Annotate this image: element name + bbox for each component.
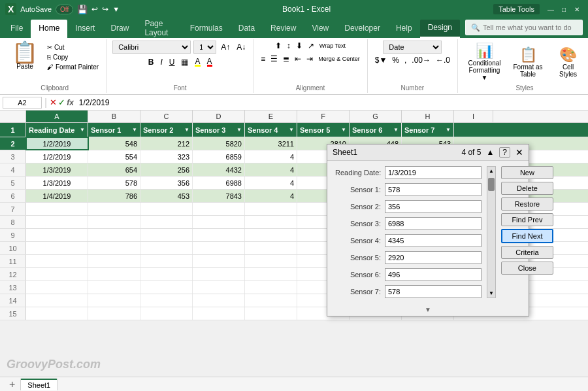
border-button[interactable]: ▦ (179, 57, 190, 67)
maximize-button[interactable]: □ (558, 3, 570, 15)
cell-data[interactable]: 1/4/2019 (26, 190, 88, 202)
cell-data[interactable]: 4 (245, 190, 297, 202)
increase-decimal-button[interactable]: .00→ (410, 55, 433, 65)
autosave-toggle[interactable]: Off (56, 5, 73, 14)
cell-data[interactable] (245, 307, 297, 320)
sensor3-input[interactable] (385, 217, 482, 230)
cell-data[interactable]: 256 (140, 163, 193, 176)
dialog-close-button[interactable]: ✕ (515, 147, 523, 158)
cell-data[interactable]: 7843 (193, 190, 245, 202)
cell-data[interactable] (193, 229, 245, 241)
cell-data[interactable]: 554 (88, 150, 140, 163)
cell-data[interactable] (26, 229, 88, 241)
cell-data[interactable]: 786 (88, 190, 140, 202)
cell-data[interactable] (193, 281, 245, 294)
cell-data[interactable]: 3211 (245, 137, 297, 150)
filter-arrow-f1[interactable]: ▼ (341, 127, 346, 133)
align-middle-button[interactable]: ↕ (285, 41, 293, 51)
cell-data[interactable] (140, 268, 193, 280)
col-header-e[interactable]: E (245, 110, 297, 122)
cell-h1[interactable]: Sensor 7 ▼ (402, 123, 454, 137)
cell-data[interactable] (193, 255, 245, 267)
decrease-font-button[interactable]: A↓ (235, 42, 248, 52)
cell-data[interactable]: 578 (88, 177, 140, 189)
insert-function-icon[interactable]: fx (67, 98, 74, 107)
filter-arrow-g1[interactable]: ▼ (393, 127, 399, 133)
sheet-tab-sheet1[interactable]: Sheet1 (20, 379, 57, 390)
cell-data[interactable] (140, 216, 193, 228)
cell-data[interactable]: 4 (245, 150, 297, 163)
cell-data[interactable] (193, 203, 245, 215)
tab-insert[interactable]: Insert (67, 20, 103, 38)
cell-data[interactable] (140, 203, 193, 215)
tab-developer[interactable]: Developer (336, 20, 388, 38)
cell-data[interactable] (26, 268, 88, 280)
search-box[interactable]: 🔍 (465, 20, 583, 35)
col-header-d[interactable]: D (193, 110, 245, 122)
cell-data[interactable]: 1/2/2019 (26, 150, 88, 163)
cell-data[interactable]: 4 (245, 163, 297, 176)
cell-data[interactable]: 1/3/2019 (26, 177, 88, 189)
col-header-c[interactable]: C (140, 110, 193, 122)
sensor6-input[interactable] (385, 268, 482, 281)
align-center-button[interactable]: ☰ (269, 54, 280, 64)
copy-button[interactable]: ⎘ Copy (44, 53, 101, 61)
font-size-select[interactable]: 11 (193, 41, 216, 54)
cell-data[interactable] (140, 281, 193, 294)
scroll-up-icon[interactable]: ▲ (487, 167, 495, 175)
cell-c1[interactable]: Sensor 2 ▼ (140, 123, 193, 137)
dialog-scrollbar[interactable]: ▲ ▼ (487, 166, 496, 298)
cell-data[interactable]: 548 (88, 137, 140, 150)
cell-a1[interactable]: Reading Date ▼ (26, 123, 88, 137)
filter-arrow-e1[interactable]: ▼ (289, 127, 294, 133)
cell-styles-button[interactable]: 🎨 Cell Styles (550, 44, 586, 80)
paste-button[interactable]: 📋 Paste (8, 41, 42, 71)
cell-data[interactable] (88, 307, 140, 320)
col-header-b[interactable]: B (88, 110, 140, 122)
tab-view[interactable]: View (304, 20, 336, 38)
minimize-button[interactable]: — (545, 3, 557, 15)
tab-draw[interactable]: Draw (103, 20, 137, 38)
cell-data[interactable]: 1/3/2019 (26, 163, 88, 176)
cell-data[interactable] (140, 307, 193, 320)
sensor2-input[interactable] (385, 200, 482, 213)
cell-data[interactable] (140, 294, 193, 307)
close-dialog-button[interactable]: Close (501, 262, 553, 275)
increase-font-button[interactable]: A↑ (219, 42, 232, 52)
cell-data[interactable]: 6859 (193, 150, 245, 163)
cell-data[interactable]: 5820 (193, 137, 245, 150)
dialog-help-button[interactable]: ? (499, 147, 510, 158)
search-input[interactable] (483, 24, 577, 31)
font-name-select[interactable]: Calibri (112, 41, 191, 54)
redo-icon[interactable]: ↪ (102, 5, 108, 14)
cut-button[interactable]: ✂ Cut (44, 43, 101, 52)
sensor4-input[interactable] (385, 234, 482, 247)
merge-center-button[interactable]: Merge & Center (316, 54, 362, 64)
cell-data[interactable] (88, 229, 140, 241)
tab-design[interactable]: Design (420, 20, 460, 38)
number-format-select[interactable]: Date (383, 41, 442, 54)
col-header-i[interactable]: I (454, 110, 493, 122)
percent-button[interactable]: % (390, 55, 401, 65)
align-bottom-button[interactable]: ⬇ (294, 41, 304, 51)
save-icon[interactable]: 💾 (77, 5, 88, 14)
filter-arrow-b1[interactable]: ▼ (132, 127, 137, 133)
cancel-formula-icon[interactable]: ✕ (50, 97, 57, 107)
cell-data[interactable] (88, 255, 140, 267)
wrap-text-button[interactable]: Wrap Text (318, 41, 348, 51)
find-prev-button[interactable]: Find Prev (501, 213, 553, 226)
cell-data[interactable]: 453 (140, 190, 193, 202)
bottom-scroll-down-icon[interactable]: ▼ (425, 306, 431, 313)
tab-review[interactable]: Review (263, 20, 304, 38)
cell-data[interactable] (26, 242, 88, 254)
cell-data[interactable] (245, 229, 297, 241)
align-top-button[interactable]: ⬆ (273, 41, 284, 51)
col-header-g[interactable]: G (350, 110, 402, 122)
filter-arrow-a1[interactable]: ▼ (80, 127, 85, 133)
cell-data[interactable] (26, 294, 88, 307)
italic-button[interactable]: I (158, 57, 164, 67)
col-header-a[interactable]: A (26, 110, 88, 122)
cell-data[interactable]: 1/2/2019 (26, 137, 88, 150)
new-sheet-button[interactable]: + (5, 379, 19, 390)
filter-arrow-h1[interactable]: ▼ (446, 127, 451, 133)
